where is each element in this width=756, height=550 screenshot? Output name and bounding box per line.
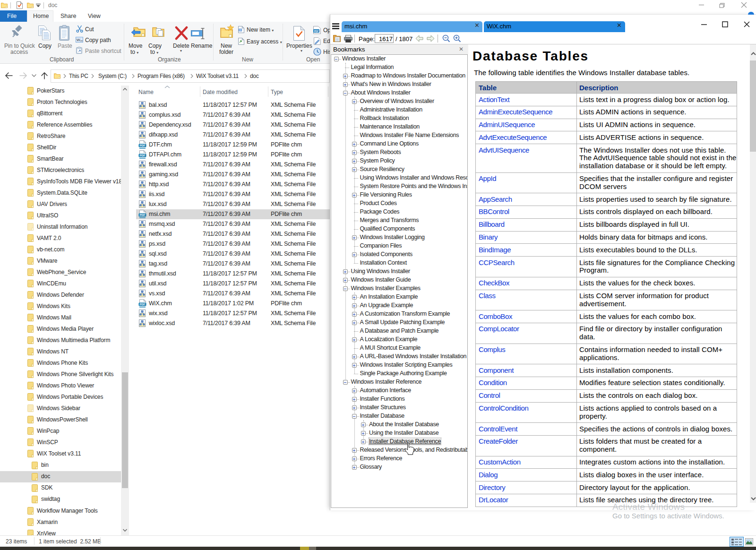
svg-text:PDF: PDF bbox=[314, 30, 319, 33]
svg-text:PDF: PDF bbox=[140, 303, 146, 306]
svg-text:PDF: PDF bbox=[140, 214, 146, 216]
svg-text:W: W bbox=[77, 38, 80, 42]
svg-text:PDF: PDF bbox=[140, 154, 146, 157]
svg-text:PDF: PDF bbox=[140, 144, 146, 147]
